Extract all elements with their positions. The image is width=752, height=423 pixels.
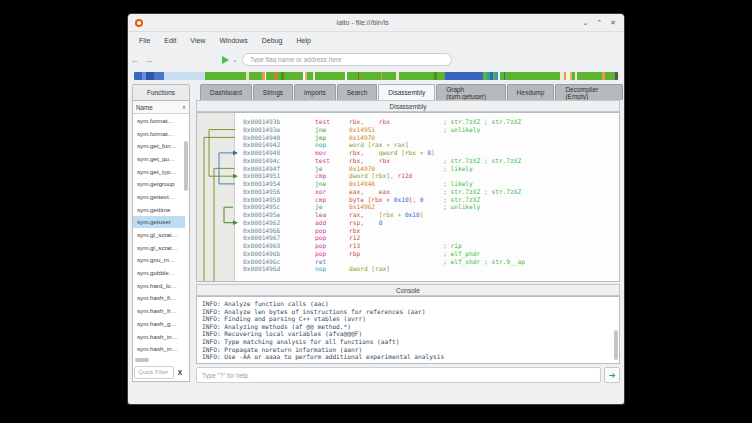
list-item[interactable]: sym.format… — [133, 127, 185, 140]
disassembly-line[interactable]: 0x00014969popr13; rip — [197, 242, 619, 250]
disassembly-line[interactable]: 0x00014967popr12 — [197, 234, 619, 242]
list-item[interactable]: sym.gnu_m… — [133, 254, 185, 267]
memory-segment[interactable] — [164, 72, 205, 80]
disassembly-line[interactable]: 0x00014956xoreax, eax; str.7zXZ ; str.7z… — [197, 188, 619, 196]
list-item[interactable]: sym.gettext… — [133, 190, 185, 203]
memory-segment[interactable] — [347, 72, 358, 80]
tab-decompiler-empty[interactable]: Decompiler (Empty) — [555, 84, 623, 100]
menu-item-edit[interactable]: Edit — [157, 34, 183, 47]
tab-imports[interactable]: Imports — [294, 84, 336, 100]
list-item[interactable]: sym.hash_in… — [133, 330, 185, 343]
memory-segment[interactable] — [205, 72, 246, 80]
menu-item-windows[interactable]: Windows — [212, 34, 254, 47]
memory-segment[interactable] — [399, 72, 434, 80]
memory-segment[interactable] — [284, 72, 303, 80]
memory-segment[interactable] — [359, 72, 381, 80]
menu-item-file[interactable]: File — [132, 34, 157, 47]
memory-segment[interactable] — [154, 72, 164, 80]
tab-search[interactable]: Search — [337, 84, 378, 100]
operand-token: r13 — [349, 242, 360, 249]
console-command-input[interactable] — [196, 367, 601, 383]
list-item[interactable]: sym.gl_scrat… — [133, 228, 185, 241]
analyze-play-icon[interactable] — [222, 56, 229, 64]
disassembly-line[interactable]: 0x00014958cmpbyte [rbx + 0x10], 0; str.7… — [197, 196, 619, 204]
disassembly-line[interactable]: 0x00014940jmp0x14970 — [197, 134, 619, 142]
close-icon[interactable]: ✕ — [610, 19, 616, 27]
menu-item-debug[interactable]: Debug — [255, 34, 290, 47]
memory-segment[interactable] — [134, 72, 142, 80]
list-item[interactable]: sym.hash_in… — [133, 342, 185, 355]
console-panel-header[interactable]: Console — [196, 284, 620, 296]
memory-segment[interactable] — [249, 72, 263, 80]
console-vertical-scrollbar[interactable] — [614, 330, 618, 360]
tab-graph-sym-getuser[interactable]: Graph (sym.getuser) — [436, 84, 505, 100]
memory-segment[interactable] — [445, 72, 483, 80]
memory-segment[interactable] — [315, 72, 345, 80]
list-item[interactable]: sym.gettime — [133, 203, 185, 216]
functions-column-header[interactable]: Name ∧ — [133, 101, 189, 114]
disassembly-line[interactable]: 0x0001495cje0x14962; unlikely — [197, 203, 619, 211]
instruction-operands: word [rax + rax] — [349, 141, 443, 149]
forward-arrow-icon[interactable]: → — [142, 55, 156, 65]
tab-functions[interactable]: Functions — [132, 84, 190, 100]
disassembly-panel-header[interactable]: Disassembly — [196, 100, 620, 112]
memory-segment[interactable] — [577, 72, 602, 80]
disassembly-line[interactable]: 0x0001496cret; elf_shdr ; str.9__ap — [197, 258, 619, 266]
maximize-icon[interactable]: ⌃ — [596, 19, 602, 27]
tab-hexdump[interactable]: Hexdump — [507, 84, 555, 100]
list-item[interactable]: sym.getgroup — [133, 177, 185, 190]
disassembly-line[interactable]: 0x00014954jne0x14948; likely — [197, 180, 619, 188]
list-item[interactable]: sym.get_fun… — [133, 139, 185, 152]
instruction-mnemonic: ret — [315, 258, 349, 266]
tab-dashboard[interactable]: Dashboard — [200, 84, 252, 100]
memory-segment[interactable] — [146, 72, 154, 80]
disassembly-line[interactable]: 0x0001496bpoprbp; elf_phdr — [197, 250, 619, 258]
functions-horizontal-scrollbar[interactable] — [135, 358, 149, 362]
disassembly-line[interactable]: 0x00014942nopword [rax + rax] — [197, 141, 619, 149]
list-item[interactable]: sym.get_typ… — [133, 165, 185, 178]
disassembly-line[interactable]: 0x00014948movrbx, qword [rbx + 8] — [197, 149, 619, 157]
list-item[interactable]: sym.hash_g… — [133, 317, 185, 330]
disassembly-line[interactable]: 0x0001494fje0x14970; likely — [197, 165, 619, 173]
flag-search-input[interactable] — [242, 53, 452, 66]
minimize-icon[interactable]: ⌄ — [582, 19, 588, 27]
back-arrow-icon[interactable]: ← — [128, 55, 142, 65]
operand-token: qword [rbx + — [379, 149, 427, 156]
clear-filter-button[interactable]: X — [174, 366, 186, 379]
disassembly-line[interactable]: 0x0001494ctestrbx, rbx; str.7zXZ ; str.7… — [197, 157, 619, 165]
menu-item-help[interactable]: Help — [289, 34, 317, 47]
memory-segment[interactable] — [266, 72, 274, 80]
iaito-logo-icon — [135, 19, 143, 27]
console-output[interactable]: INFO: Analyze function calls (aac)INFO: … — [196, 296, 620, 364]
disassembly-view[interactable]: 0x0001493btestrbx, rbx; str.7zXZ ; str.7… — [196, 112, 620, 282]
quick-filter-input[interactable] — [134, 366, 174, 379]
tab-disassembly[interactable]: Disassembly — [378, 84, 435, 100]
list-item[interactable]: sym.hash_fi… — [133, 292, 185, 305]
memory-map-bar[interactable] — [134, 72, 618, 80]
list-item[interactable]: sym.get_qu… — [133, 152, 185, 165]
memory-segment[interactable] — [615, 72, 618, 80]
list-item[interactable]: sym.format… — [133, 114, 185, 127]
disassembly-line[interactable]: 0x0001495elearax, [rbx + 0x10] — [197, 211, 619, 219]
memory-segment[interactable] — [437, 72, 445, 80]
disassembly-line[interactable]: 0x00014962addrsp, 8 — [197, 219, 619, 227]
memory-segment[interactable] — [505, 72, 560, 80]
list-item[interactable]: sym.gobble… — [133, 266, 185, 279]
disassembly-line[interactable]: 0x0001493btestrbx, rbx; str.7zXZ ; str.7… — [197, 118, 619, 126]
functions-vertical-scrollbar[interactable] — [184, 141, 188, 191]
chevron-down-icon[interactable]: ⌄ — [232, 56, 238, 64]
disassembly-line[interactable]: 0x00014966poprbx — [197, 227, 619, 235]
tab-strings[interactable]: Strings — [253, 84, 293, 100]
memory-segment[interactable] — [382, 72, 396, 80]
title-bar[interactable]: iaito - file:///bin/ls ⌄ ⌃ ✕ — [128, 14, 624, 32]
list-item[interactable]: sym.hash_fr… — [133, 304, 185, 317]
list-item[interactable]: sym.hard_lo… — [133, 279, 185, 292]
list-item[interactable]: sym.getuser — [133, 216, 185, 229]
menu-item-view[interactable]: View — [183, 34, 212, 47]
disassembly-line[interactable]: 0x0001496dnopdword [rax] — [197, 265, 619, 273]
list-item[interactable]: sym.gl_scrat… — [133, 241, 185, 254]
disassembly-line[interactable]: 0x00014951cmpdword [rbx], r12d — [197, 172, 619, 180]
execute-command-button[interactable]: ➔ — [604, 367, 620, 383]
memory-segment[interactable] — [605, 72, 616, 80]
disassembly-line[interactable]: 0x0001493ejne0x14951; unlikely — [197, 126, 619, 134]
